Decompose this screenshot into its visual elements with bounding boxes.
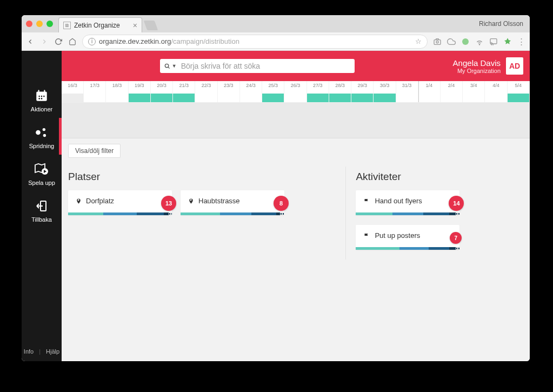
activity-card[interactable]: Put up posters7 <box>356 225 459 250</box>
timeline-date-label: 5/4 <box>508 81 529 88</box>
app-header: ▼ Angela Davis My Organization AD <box>22 51 530 81</box>
svg-rect-8 <box>38 90 39 92</box>
place-card[interactable]: Dorfplatz13 <box>68 190 172 215</box>
browser-tab[interactable]: 🗎 Zetkin Organize × <box>58 17 142 32</box>
timeline-day[interactable]: 28/3 <box>329 81 351 102</box>
svg-point-12 <box>43 96 45 97</box>
count-badge: 14 <box>449 196 464 211</box>
timeline-fill <box>173 94 195 102</box>
sidebar-item-tillbaka[interactable]: Tillbaka <box>22 191 62 228</box>
user-menu[interactable]: Angela Davis My Organization AD <box>453 57 530 75</box>
timeline-day[interactable]: 19/3 <box>129 81 151 102</box>
timeline-fill <box>129 94 150 102</box>
nav-back-icon[interactable] <box>26 37 35 46</box>
timeline-day[interactable]: 2/4 <box>441 81 463 102</box>
calendar-icon <box>35 89 49 103</box>
search-box[interactable]: ▼ <box>160 59 355 73</box>
search-dropdown-caret-icon[interactable]: ▼ <box>172 63 177 69</box>
timeline-date-label: 1/4 <box>418 81 440 88</box>
timeline-fill <box>262 94 284 102</box>
sidebar-item-aktioner[interactable]: Aktioner <box>22 81 62 118</box>
timeline-month-divider <box>418 81 419 102</box>
timeline-day[interactable]: 16/3 <box>62 81 84 102</box>
browser-tabbar: 🗎 Zetkin Organize × Richard Olsson <box>22 15 530 32</box>
green-ext-icon[interactable] <box>461 37 470 46</box>
svg-point-16 <box>43 128 45 131</box>
filter-bar: Visa/dölj filter <box>62 138 530 163</box>
timeline-fill <box>351 94 373 102</box>
timeline-day[interactable]: 25/3 <box>262 81 284 102</box>
timeline-date-label: 23/3 <box>218 81 239 88</box>
maximize-window-icon[interactable] <box>46 21 53 27</box>
timeline-date-label: 27/3 <box>307 81 329 88</box>
timeline-date-label: 18/3 <box>106 81 128 88</box>
timeline-day[interactable]: 26/3 <box>284 81 307 102</box>
timeline-day[interactable]: 20/3 <box>151 81 173 102</box>
activity-name: Put up posters <box>375 231 420 240</box>
activities-title: Aktiviteter <box>356 171 523 183</box>
timeline-date-label: 21/3 <box>173 81 195 88</box>
back-door-icon <box>35 199 48 213</box>
sidebar-footer: Info | Hjälp <box>22 343 62 361</box>
timeline-day[interactable]: 1/4 <box>418 81 441 102</box>
timeline-fill <box>508 94 529 102</box>
timeline-day[interactable]: 24/3 <box>240 81 262 102</box>
camera-ext-icon[interactable] <box>433 37 442 46</box>
timeline[interactable]: 16/317/318/319/320/321/322/323/324/325/3… <box>62 81 530 103</box>
count-badge: 13 <box>161 196 176 211</box>
timeline-day[interactable]: 31/3 <box>396 81 418 102</box>
minimize-window-icon[interactable] <box>36 21 43 27</box>
url-path: /campaign/distribution <box>171 37 239 45</box>
cast-ext-icon[interactable] <box>489 37 498 46</box>
bookmark-star-icon[interactable]: ☆ <box>415 37 422 45</box>
new-tab-button[interactable] <box>144 21 158 30</box>
window-controls <box>26 21 53 27</box>
timeline-day[interactable]: 4/4 <box>485 81 507 102</box>
nav-forward-icon <box>40 37 49 46</box>
svg-point-10 <box>38 96 40 97</box>
timeline-date-label: 28/3 <box>329 81 351 88</box>
timeline-day[interactable]: 30/3 <box>374 81 396 102</box>
menu-dots-icon[interactable]: ⋮ <box>517 37 525 46</box>
progress-bar <box>356 212 459 215</box>
close-window-icon[interactable] <box>26 21 32 27</box>
sidebar-item-spela-upp[interactable]: Spela upp <box>22 155 62 191</box>
spread-icon <box>35 125 49 139</box>
reload-icon[interactable] <box>54 37 63 46</box>
footer-info-link[interactable]: Info <box>24 348 34 355</box>
sidebar-item-label: Spela upp <box>28 180 55 186</box>
timeline-date-label: 19/3 <box>129 81 150 88</box>
search-icon <box>164 63 170 69</box>
timeline-day[interactable]: 29/3 <box>351 81 374 102</box>
sidebar-item-spridning[interactable]: Spridning <box>22 118 62 155</box>
close-tab-icon[interactable]: × <box>133 21 137 30</box>
footer-help-link[interactable]: Hjälp <box>46 348 59 355</box>
timeline-date-label: 30/3 <box>374 81 395 88</box>
flag-icon <box>363 198 370 204</box>
activity-card[interactable]: Hand out flyers14 <box>356 190 459 215</box>
wifi-ext-icon[interactable] <box>475 37 484 46</box>
timeline-day[interactable]: 27/3 <box>307 81 329 102</box>
timeline-day[interactable]: 18/3 <box>106 81 128 102</box>
svg-point-13 <box>38 98 40 99</box>
green2-ext-icon[interactable] <box>503 37 512 46</box>
timeline-spacer <box>62 103 530 138</box>
timeline-day[interactable]: 3/4 <box>463 81 485 102</box>
sidebar: Aktioner Spridning Spela upp <box>22 51 62 361</box>
home-icon[interactable] <box>68 37 77 46</box>
url-host: organize.dev.zetkin.org <box>99 37 171 45</box>
place-card[interactable]: Haubtstrasse8 <box>181 190 284 215</box>
timeline-day[interactable]: 22/3 <box>195 81 217 102</box>
browser-profile-name[interactable]: Richard Olsson <box>479 20 525 28</box>
timeline-day[interactable]: 5/4 <box>508 81 530 102</box>
page-favicon-icon: 🗎 <box>63 22 71 29</box>
site-info-icon[interactable]: i <box>88 38 96 45</box>
timeline-day[interactable]: 23/3 <box>218 81 240 102</box>
cloud-ext-icon[interactable] <box>447 37 456 46</box>
search-input[interactable] <box>181 62 350 70</box>
url-input[interactable]: i organize.dev.zetkin.org/campaign/distr… <box>82 35 428 49</box>
timeline-day[interactable]: 21/3 <box>173 81 195 102</box>
timeline-day[interactable]: 17/3 <box>84 81 106 102</box>
toggle-filter-button[interactable]: Visa/dölj filter <box>68 144 121 158</box>
content: 16/317/318/319/320/321/322/323/324/325/3… <box>62 51 530 361</box>
